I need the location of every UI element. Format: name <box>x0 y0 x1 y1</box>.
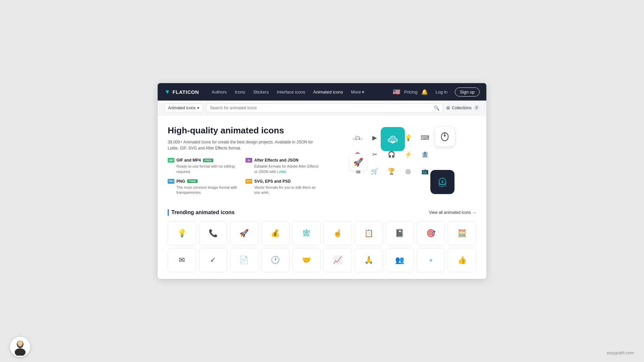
logo[interactable]: ▼ FLATICON <box>164 88 199 96</box>
lightbulb-glyph: 💡 <box>177 229 186 238</box>
trending-icon-hands[interactable]: 🙏 <box>355 248 383 272</box>
nav-link-stickers[interactable]: Stickers <box>250 87 272 97</box>
pointer-glyph: ☝ <box>333 229 342 238</box>
target-glyph: 🎯 <box>426 229 435 238</box>
hero-left: High-quality animated icons 38,000+ Anim… <box>168 125 319 196</box>
network-glyph: 🕸 <box>303 229 310 238</box>
grid-icon-keyboard[interactable]: ⌨ <box>418 130 432 145</box>
feature-png-title: PNG <box>176 179 185 184</box>
category-dropdown[interactable]: Animated icons ▾ <box>164 104 203 112</box>
collections-count: 0 <box>474 105 480 111</box>
nav-link-animated[interactable]: Animated icons <box>310 87 346 97</box>
feature-gif-title: GIF and MP4 <box>176 158 201 163</box>
clipboard-glyph: 📋 <box>364 229 373 238</box>
trending-icon-lightbulb[interactable]: 💡 <box>168 221 196 245</box>
feature-ae-title: After Effects and JSON <box>254 158 299 163</box>
signup-button[interactable]: Sign up <box>455 87 480 97</box>
navbar: ▼ FLATICON Authors Icons Stickers Interf… <box>158 83 486 101</box>
trending-icon-team[interactable]: 👥 <box>386 248 414 272</box>
nav-link-more[interactable]: More ▾ <box>348 87 368 97</box>
trending-title-wrapper: Trending animated icons <box>168 209 234 216</box>
hero-section: High-quality animated icons 38,000+ Anim… <box>158 115 486 202</box>
thumbsup-glyph: 👍 <box>458 256 467 264</box>
nav-link-interface[interactable]: Interface icons <box>273 87 309 97</box>
trending-icon-thumbsup[interactable]: 👍 <box>448 248 476 272</box>
trending-icon-email[interactable]: ✉ <box>168 248 196 272</box>
trending-icon-calculator[interactable]: 🧮 <box>448 221 476 245</box>
floating-rocket-icon[interactable]: 🚀 <box>350 154 367 171</box>
svg-point-15 <box>21 344 22 346</box>
pricing-link[interactable]: Pricing <box>404 89 418 95</box>
nav-link-icons[interactable]: Icons <box>231 87 249 97</box>
ae-icon: Ae <box>246 158 252 163</box>
trending-header: Trending animated icons View all animate… <box>168 209 476 216</box>
feature-png-badge: FREE <box>187 179 198 183</box>
trending-icon-money[interactable]: 💰 <box>261 221 289 245</box>
trending-icon-clipboard[interactable]: 📋 <box>355 221 383 245</box>
trending-icon-arrows[interactable]: » <box>417 248 445 272</box>
trending-icon-network[interactable]: 🕸 <box>292 221 321 245</box>
grid-icon-play[interactable]: ▶ <box>367 130 382 145</box>
clock-glyph: 🕐 <box>271 256 280 264</box>
trending-icon-target[interactable]: 🎯 <box>417 221 445 245</box>
featured-mouse-icon[interactable] <box>435 127 454 146</box>
trending-icon-phone[interactable]: 📞 <box>199 221 227 245</box>
trending-icon-check[interactable]: ✓ <box>199 248 227 272</box>
arrow-right-icon: → <box>472 210 476 215</box>
hero-subtitle: 38,000+ Animated Icons for create the be… <box>168 139 319 151</box>
svg-point-14 <box>18 344 19 346</box>
trending-icon-rocket[interactable]: 🚀 <box>230 221 259 245</box>
trending-icon-clock[interactable]: 🕐 <box>261 248 289 272</box>
dot-2 <box>357 138 359 140</box>
chevron-down-icon: ▾ <box>362 89 364 95</box>
team-glyph: 👥 <box>395 256 404 264</box>
search-bar: 🔍 <box>206 103 443 113</box>
trending-icon-notebook[interactable]: 📓 <box>386 221 414 245</box>
gif-icon: GIF <box>168 158 174 163</box>
lottie-link[interactable]: Lottie <box>277 170 286 174</box>
logo-text: FLATICON <box>172 89 199 95</box>
feature-svg: SVG SVG, EPS and PSD Vector formats for … <box>246 179 319 195</box>
docs-glyph: 📄 <box>239 256 249 264</box>
view-all-link[interactable]: View all animated icons → <box>429 210 476 215</box>
hero-title: High-quality animated icons <box>168 125 319 136</box>
feature-svg-title: SVG, EPS and PSD <box>254 179 291 184</box>
email-glyph: ✉ <box>179 256 185 264</box>
watermark: eazypath.com <box>607 350 634 355</box>
trending-bar <box>168 209 169 216</box>
phone-glyph: 📞 <box>209 229 218 238</box>
browser-window: ▼ FLATICON Authors Icons Stickers Interf… <box>158 83 486 279</box>
search-input[interactable] <box>210 106 431 110</box>
feature-png: PNG PNG FREE The most common image forma… <box>168 179 241 195</box>
collections-label: Collections <box>452 106 472 110</box>
grid-icon-cart[interactable]: 🛒 <box>367 164 382 179</box>
featured-money-icon[interactable]: $ <box>430 170 454 194</box>
feature-svg-desc: Vector formats for you to edit them as y… <box>246 185 319 195</box>
nav-link-authors[interactable]: Authors <box>208 87 230 97</box>
dot-1 <box>353 138 355 140</box>
trending-icon-pointer[interactable]: ☝ <box>323 221 352 245</box>
featured-cloud-icon[interactable] <box>381 127 405 151</box>
check-glyph: ✓ <box>210 256 216 264</box>
grid-icon-trophy[interactable]: 🏆 <box>384 164 399 179</box>
bell-icon[interactable]: 🔔 <box>421 89 428 95</box>
trending-icons-row2: ✉ ✓ 📄 🕐 🤝 📈 🙏 👥 » 👍 <box>168 248 476 272</box>
nav-links: Authors Icons Stickers Interface icons A… <box>208 87 368 97</box>
trending-icon-handshake[interactable]: 🤝 <box>292 248 321 272</box>
trending-icons-row1: 💡 📞 🚀 💰 🕸 ☝ 📋 📓 🎯 🧮 <box>168 221 476 245</box>
grid-icon-scissors[interactable]: ✂ <box>367 147 382 162</box>
feature-png-header: PNG PNG FREE <box>168 179 241 184</box>
grid-icon-target[interactable]: ◎ <box>401 164 416 179</box>
grid-icon-bank[interactable]: 🏦 <box>418 147 432 162</box>
trending-icon-chart[interactable]: 📈 <box>323 248 352 272</box>
dot-3 <box>361 138 363 140</box>
png-icon: PNG <box>168 179 174 184</box>
feature-gif-header: GIF GIF and MP4 FREE <box>168 158 241 163</box>
trending-title: Trending animated icons <box>171 209 234 216</box>
trending-icon-docs[interactable]: 📄 <box>230 248 259 272</box>
login-button[interactable]: Log in <box>432 88 450 96</box>
flag-icon[interactable]: 🇺🇸 <box>393 88 400 96</box>
svg-point-12 <box>15 348 25 356</box>
calculator-glyph: 🧮 <box>458 229 467 238</box>
collections-button[interactable]: ⊞ Collections 0 <box>446 105 480 111</box>
